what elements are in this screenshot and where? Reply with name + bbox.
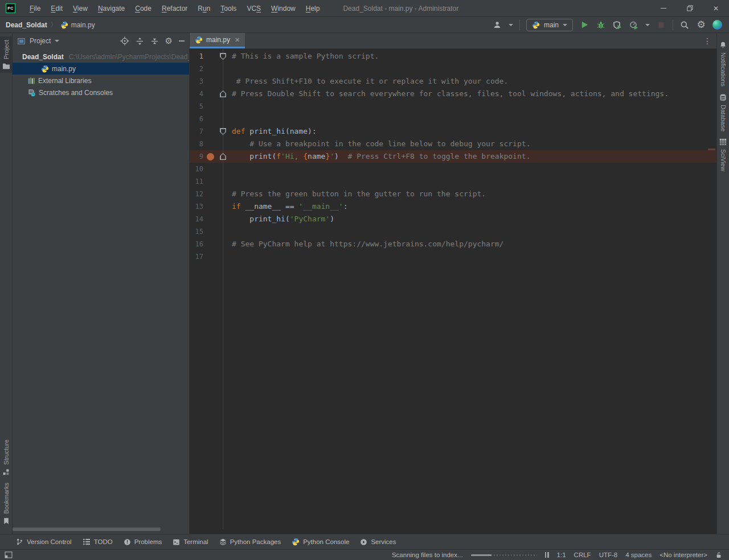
menu-edit[interactable]: Edit [46,3,68,14]
code-line-1[interactable]: 1# This is a sample Python script. [190,50,716,63]
breakpoint-gutter[interactable] [203,163,218,175]
menu-window[interactable]: Window [266,3,301,14]
tree-row-mainpy[interactable]: main.py [13,63,189,75]
code-line-11[interactable]: 11 [190,175,716,188]
breakpoint-gutter[interactable] [203,88,218,100]
menu-tools[interactable]: Tools [215,3,241,14]
debug-button[interactable] [596,20,606,30]
readonly-lock-icon[interactable] [715,551,722,559]
breakpoint-gutter[interactable] [203,225,218,238]
breakpoint-gutter[interactable] [203,113,218,125]
settings-gear-icon[interactable]: ⚙ [696,20,706,30]
stripe-button-bookmarks[interactable]: Bookmarks [3,479,10,528]
stripe-button-notifications[interactable]: Notifications [719,38,727,90]
code-line-9[interactable]: 9 print(f'Hi, {name}') # Press Ctrl+F8 t… [190,150,716,163]
line-separator[interactable]: CRLF [574,551,591,558]
menu-vcs[interactable]: VCS [241,3,266,14]
editor-layout-icon[interactable] [5,551,13,558]
fold-marker-icon[interactable] [220,53,226,60]
breakpoint-gutter[interactable] [203,200,218,213]
breakpoint-gutter[interactable] [203,138,218,150]
menu-file[interactable]: File [24,3,46,14]
run-configuration-select[interactable]: main [526,19,573,31]
fold-marker-icon[interactable] [220,90,226,97]
file-encoding[interactable]: UTF-8 [599,551,618,558]
project-view-caret-icon[interactable] [55,40,59,42]
breakpoint-gutter[interactable] [203,63,218,75]
code-line-17[interactable]: 17 [190,250,716,263]
code-line-15[interactable]: 15 [190,225,716,238]
code-with-me-dropdown-caret[interactable] [509,24,513,26]
editor-options-icon[interactable]: ⋮ [703,33,716,48]
code-editor[interactable]: 1# This is a sample Python script.23 # P… [190,49,716,534]
stripe-button-project[interactable]: Project [0,36,12,73]
breakpoint-gutter[interactable] [203,213,218,225]
breadcrumb-project[interactable]: Dead_Soldat [6,21,47,29]
breakpoint-gutter[interactable] [203,100,218,113]
code-line-12[interactable]: 12# Press the green button in the gutter… [190,188,716,200]
horizontal-scrollbar[interactable] [13,528,161,531]
menu-view[interactable]: View [68,3,93,14]
interpreter-selector[interactable]: <No interpreter> [660,551,707,558]
pause-indexing-icon[interactable] [545,552,549,558]
breakpoint-gutter[interactable] [203,125,218,138]
run-button[interactable] [579,20,589,30]
stripe-button-structure[interactable]: Structure [2,436,10,479]
toolwindow-python-console[interactable]: Python Console [292,538,349,546]
error-stripe-breakpoint-mark[interactable] [708,149,715,150]
breakpoint-gutter[interactable] [203,50,218,63]
maximize-button[interactable] [677,0,703,17]
tab-close-icon[interactable]: ✕ [234,36,240,44]
code-line-14[interactable]: 14 print_hi('PyCharm') [190,213,716,225]
toolwindow-python-packages[interactable]: Python Packages [219,538,281,546]
breakpoint-dot[interactable] [207,153,214,160]
tree-row-scratches[interactable]: Scratches and Consoles [13,87,189,98]
breadcrumb-file[interactable]: main.py [60,21,95,29]
code-line-10[interactable]: 10 [190,163,716,175]
profiler-button[interactable] [629,20,639,30]
tab-mainpy[interactable]: main.py ✕ [190,33,245,48]
expand-all-icon[interactable] [136,37,144,46]
code-line-7[interactable]: 7def print_hi(name): [190,125,716,138]
fold-marker-icon[interactable] [220,128,226,135]
breakpoint-gutter[interactable] [203,238,218,250]
toolwindow-problems[interactable]: Problems [124,538,162,546]
toolwindow-services[interactable]: Services [360,538,396,546]
ide-feature-sphere-icon[interactable] [712,20,722,30]
project-panel-title-button[interactable]: Project [17,37,59,45]
hide-panel-icon[interactable] [179,40,185,42]
locate-file-icon[interactable] [120,36,129,46]
tree-row-root[interactable]: Dead_Soldat C:\Users\admin\PycharmProjec… [13,51,189,63]
code-with-me-users-icon[interactable] [492,20,502,30]
code-line-4[interactable]: 4# Press Double Shift to search everywhe… [190,88,716,100]
search-everywhere-icon[interactable] [679,20,690,30]
code-line-16[interactable]: 16# See PyCharm help at https://www.jetb… [190,238,716,250]
code-line-5[interactable]: 5 [190,100,716,113]
fold-marker-icon[interactable] [220,153,226,160]
indent-style[interactable]: 4 spaces [625,551,652,558]
toolwindow-version-control[interactable]: Version Control [16,538,72,546]
breakpoint-gutter[interactable] [203,150,218,163]
tree-row-external-libraries[interactable]: External Libraries [13,75,189,87]
close-button[interactable]: ✕ [703,0,729,17]
menu-refactor[interactable]: Refactor [157,3,193,14]
code-line-8[interactable]: 8 # Use a breakpoint in the code line be… [190,138,716,150]
stripe-button-database[interactable]: Database [719,90,727,135]
code-line-6[interactable]: 6 [190,113,716,125]
breakpoint-gutter[interactable] [203,188,218,200]
stripe-button-sciview[interactable]: SciView [719,135,727,175]
breakpoint-gutter[interactable] [203,75,218,88]
minimize-button[interactable] [650,0,677,17]
toolwindow-todo[interactable]: TODO [83,538,113,545]
project-settings-gear-icon[interactable]: ⚙ [165,37,173,46]
profiler-dropdown-caret[interactable] [645,24,650,26]
breakpoint-gutter[interactable] [203,175,218,188]
menu-help[interactable]: Help [301,3,325,14]
caret-position[interactable]: 1:1 [557,551,566,558]
code-line-2[interactable]: 2 [190,63,716,75]
menu-code[interactable]: Code [130,3,157,14]
menu-navigate[interactable]: Navigate [93,3,130,14]
run-with-coverage-button[interactable] [612,20,622,30]
toolwindow-terminal[interactable]: Terminal [173,538,208,546]
menu-run[interactable]: Run [193,3,215,14]
